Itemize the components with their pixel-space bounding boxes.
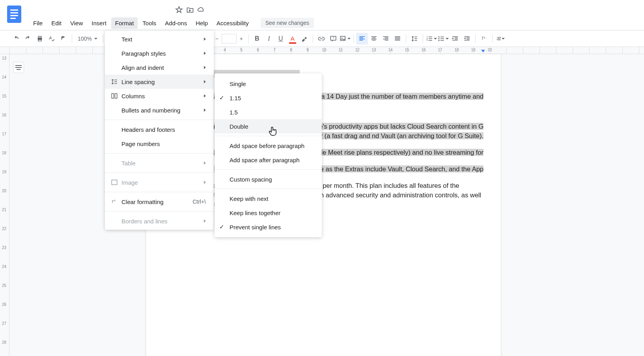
spacing-15[interactable]: 1.5 (215, 105, 322, 119)
format-paragraph-styles[interactable]: Paragraph styles (105, 46, 214, 60)
font-size-increase[interactable]: + (237, 34, 246, 43)
checkmark-icon: ✓ (219, 223, 230, 230)
svg-rect-2 (38, 39, 41, 41)
format-line-spacing[interactable]: Line spacing (105, 75, 214, 89)
menu-edit[interactable]: Edit (47, 17, 65, 29)
increase-indent-icon[interactable] (461, 33, 473, 45)
print-icon[interactable] (34, 33, 46, 45)
menu-format[interactable]: Format (111, 17, 138, 29)
undo-icon[interactable] (10, 33, 22, 45)
spacing-keep-together[interactable]: Keep lines together (215, 206, 322, 220)
menu-separator (105, 172, 214, 173)
format-borders-lines[interactable]: Borders and lines (105, 214, 214, 228)
menu-view[interactable]: View (66, 17, 87, 29)
menu-help[interactable]: Help (192, 17, 212, 29)
svg-text:x: x (114, 199, 116, 202)
svg-point-11 (438, 36, 439, 37)
outline-panel (9, 54, 28, 356)
spacing-add-before[interactable]: Add space before paragraph (215, 139, 322, 153)
chevron-right-icon (204, 94, 206, 97)
menu-tools[interactable]: Tools (138, 17, 160, 29)
spacing-keep-next[interactable]: Keep with next (215, 191, 322, 206)
svg-rect-1 (38, 36, 41, 38)
star-icon[interactable] (175, 6, 183, 14)
format-clear-formatting[interactable]: TxClear formattingCtrl+\ (105, 195, 214, 209)
chevron-right-icon (204, 161, 206, 165)
toolbar-separator (406, 34, 406, 43)
menu-file[interactable]: File (29, 17, 47, 29)
svg-rect-16 (112, 94, 114, 98)
vertical-ruler[interactable]: 13141516171819202122232425262728 (0, 54, 9, 356)
indent-marker[interactable] (481, 50, 485, 52)
highlight-icon[interactable] (299, 33, 310, 45)
spacing-prevent-single[interactable]: ✓Prevent single lines (215, 220, 322, 234)
insert-image-icon[interactable] (339, 33, 351, 45)
align-right-icon[interactable] (380, 33, 392, 45)
format-page-numbers[interactable]: Page numbers (105, 137, 214, 151)
format-headers-footers[interactable]: Headers and footers (105, 122, 214, 137)
toolbar: A 100% − + B I U A + 123 Tx अ (0, 30, 644, 47)
comment-icon[interactable]: + (327, 33, 339, 45)
svg-rect-18 (112, 180, 117, 185)
logo-area (0, 3, 28, 23)
format-bullets-numbering[interactable]: Bullets and numbering (105, 103, 214, 117)
cloud-status-icon[interactable] (197, 6, 205, 14)
input-tools-icon[interactable]: अ (495, 33, 507, 45)
align-center-icon[interactable] (368, 33, 380, 45)
font-size-input[interactable] (222, 34, 237, 43)
clear-format-icon: Tx (109, 198, 120, 205)
menu-insert[interactable]: Insert (88, 17, 110, 29)
horizontal-ruler[interactable]: 4567891011121314151617181920 (0, 47, 644, 54)
align-justify-icon[interactable] (392, 33, 403, 45)
checkmark-icon: ✓ (219, 94, 230, 101)
chevron-down-icon (446, 38, 449, 39)
outline-toggle-icon[interactable] (13, 62, 24, 73)
format-image[interactable]: Image (105, 175, 214, 189)
chevron-right-icon (204, 181, 206, 184)
paint-format-icon[interactable] (58, 33, 69, 45)
clear-format-icon[interactable]: Tx (478, 33, 490, 45)
line-spacing-icon[interactable] (409, 33, 420, 45)
line-spacing-submenu: Single ✓1.15 1.5 Double Add space before… (215, 73, 322, 237)
decrease-indent-icon[interactable] (449, 33, 461, 45)
svg-point-12 (438, 38, 439, 39)
chevron-right-icon (204, 109, 206, 112)
align-left-icon[interactable] (356, 33, 368, 45)
format-table[interactable]: Table (105, 156, 214, 170)
format-columns[interactable]: Columns (105, 89, 214, 103)
spacing-custom[interactable]: Custom spacing (215, 172, 322, 186)
see-new-changes-button[interactable]: See new changes (261, 18, 314, 28)
menu-separator (215, 136, 322, 136)
bulleted-list-icon[interactable] (437, 33, 449, 45)
move-folder-icon[interactable] (186, 6, 194, 14)
spacing-single[interactable]: Single (215, 77, 322, 91)
underline-icon[interactable]: U (275, 33, 287, 45)
zoom-dropdown[interactable]: 100% (75, 36, 101, 42)
menu-separator (215, 189, 322, 189)
spacing-115[interactable]: ✓1.15 (215, 91, 322, 105)
font-size-control: − + (212, 34, 246, 43)
spellcheck-icon[interactable]: A (46, 33, 58, 45)
menu-addons[interactable]: Add-ons (161, 17, 191, 29)
italic-icon[interactable]: I (263, 33, 275, 45)
text-color-icon[interactable]: A (287, 33, 299, 45)
insert-link-icon[interactable] (315, 33, 327, 45)
chevron-down-icon (94, 38, 97, 39)
image-icon (109, 179, 120, 186)
line-spacing-icon (109, 78, 120, 85)
menu-separator (215, 169, 322, 170)
svg-rect-17 (115, 94, 117, 98)
menu-accessibility[interactable]: Accessibility (213, 17, 253, 29)
format-align-indent[interactable]: Align and indent (105, 60, 214, 75)
spacing-double[interactable]: Double (215, 119, 322, 133)
numbered-list-icon[interactable]: 123 (426, 33, 437, 45)
bold-icon[interactable]: B (251, 33, 263, 45)
redo-icon[interactable] (22, 33, 34, 45)
format-text[interactable]: Text (105, 32, 214, 46)
spacing-add-after[interactable]: Add space after paragraph (215, 153, 322, 167)
canvas: 13141516171819202122232425262728 mpanies… (0, 54, 644, 356)
chevron-right-icon (204, 219, 206, 223)
svg-point-13 (438, 40, 439, 41)
menu-separator (105, 192, 214, 192)
docs-logo-icon[interactable] (7, 6, 21, 23)
